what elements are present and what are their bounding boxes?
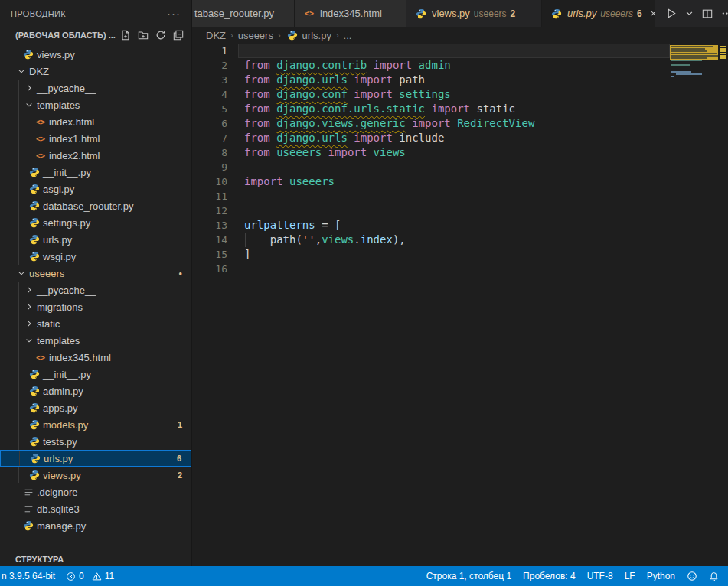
tree-file-database-roouter-py[interactable]: database_roouter.py: [0, 197, 191, 214]
tree-file-manage-py[interactable]: manage.py: [0, 517, 191, 534]
tree-file-urls-py[interactable]: urls.py6: [0, 450, 191, 467]
tree-file-admin-py[interactable]: admin.py: [0, 383, 191, 399]
tree-folder-migrations[interactable]: migrations: [0, 298, 191, 315]
new-file-icon[interactable]: [120, 30, 131, 41]
code-token: from: [244, 88, 276, 100]
code-token: import: [322, 146, 373, 158]
tree-file-models-py[interactable]: models.py1: [0, 416, 191, 433]
tree-file-views-py[interactable]: views.py: [0, 46, 191, 63]
minimap-line: [671, 48, 705, 50]
minimap-line: [671, 60, 702, 61]
tab-bar: tabase_roouter.py<>index345.htmlviews.py…: [192, 0, 728, 27]
tree-file-views-py[interactable]: views.py2: [0, 467, 191, 483]
html-icon: <>: [302, 9, 316, 18]
tree-folder-useeers[interactable]: useeers●: [0, 265, 191, 282]
tab-index345-html[interactable]: <>index345.html: [295, 0, 406, 27]
code-line-16[interactable]: 16: [192, 262, 670, 276]
breadcrumb-label: DKZ: [206, 30, 226, 41]
breadcrumb-item-dkz[interactable]: DKZ: [206, 30, 226, 41]
indentation-status[interactable]: Пробелов: 4: [523, 571, 576, 581]
tree-file-wsgi-py[interactable]: wsgi.py: [0, 248, 191, 265]
tree-folder-templates[interactable]: templates: [0, 96, 191, 113]
minimap[interactable]: [670, 44, 718, 566]
code-line-9[interactable]: 9: [192, 160, 670, 174]
tab-tabase-roouter-py[interactable]: tabase_roouter.py: [192, 0, 295, 27]
tree-file-asgi-py[interactable]: asgi.py: [0, 181, 191, 197]
cursor-position-status[interactable]: Строка 1, столбец 1: [426, 571, 511, 581]
tree-file-init-py[interactable]: __init__.py: [0, 164, 191, 181]
encoding-status[interactable]: UTF-8: [587, 571, 613, 581]
tree-folder-templates[interactable]: templates: [0, 332, 191, 349]
code-line-7[interactable]: 7from django.urls import include: [192, 131, 670, 145]
tree-file-tests-py[interactable]: tests.py: [0, 433, 191, 450]
line-number: 2: [192, 58, 227, 73]
tree-file-dcignore[interactable]: .dcignore: [0, 483, 191, 500]
tree-file-urls-py[interactable]: urls.py: [0, 231, 191, 248]
collapse-all-icon[interactable]: [173, 30, 184, 41]
code-token: django.contrib: [276, 59, 367, 71]
refresh-icon[interactable]: [155, 30, 166, 41]
code-line-4[interactable]: 4from django.conf import settings: [192, 87, 670, 102]
breadcrumb-item-useeers[interactable]: useeers: [238, 30, 273, 41]
breadcrumb-item-urls-py[interactable]: urls.py: [286, 30, 331, 41]
tree-item-label: tests.py: [43, 436, 77, 448]
close-icon[interactable]: [648, 8, 655, 18]
code-line-3[interactable]: 3from django.urls import path: [192, 73, 670, 87]
overview-ruler[interactable]: [718, 44, 728, 566]
outline-section-header[interactable]: СТРУКТУРА: [0, 552, 191, 566]
tree-file-init-py[interactable]: __init__.py: [0, 366, 191, 383]
python-interpreter-status[interactable]: n 3.9.5 64-bit: [2, 571, 55, 581]
tab-label: views.py: [432, 8, 470, 19]
tree-file-apps-py[interactable]: apps.py: [0, 399, 191, 416]
tree-folder-dkz[interactable]: DKZ: [0, 63, 191, 80]
code-line-14[interactable]: 14 path('',views.index),: [192, 233, 670, 247]
new-folder-icon[interactable]: [138, 30, 149, 41]
tab-urls-py[interactable]: urls.pyuseeers6: [542, 0, 655, 27]
breadcrumb-separator: ›: [230, 31, 233, 40]
notifications-bell-icon[interactable]: [709, 571, 719, 581]
code-line-8[interactable]: 8from useeers import views: [192, 145, 670, 160]
tree-item-label: __init__.py: [43, 167, 91, 178]
code-line-6[interactable]: 6from django.views.generic import Redire…: [192, 116, 670, 131]
code-line-2[interactable]: 2from django.contrib import admin: [192, 58, 670, 73]
code-line-12[interactable]: 12: [192, 203, 670, 218]
language-mode-status[interactable]: Python: [647, 571, 675, 581]
code-editor[interactable]: 12from django.contrib import admin3from …: [192, 44, 670, 276]
problems-status[interactable]: 0 11: [66, 571, 114, 581]
tree-file-index1-html[interactable]: <>index1.html: [0, 130, 191, 147]
code-line-15[interactable]: 15]: [192, 247, 670, 262]
more-actions-button[interactable]: [721, 8, 728, 19]
views-and-more-actions-button[interactable]: ···: [167, 7, 181, 20]
code-line-10[interactable]: 10import useeers: [192, 174, 670, 189]
code-token: import: [348, 132, 399, 144]
run-button[interactable]: [665, 8, 677, 19]
chevron-down-icon: [23, 336, 35, 345]
tree-file-settings-py[interactable]: settings.py: [0, 214, 191, 231]
tree-file-db-sqlite3[interactable]: db.sqlite3: [0, 500, 191, 517]
workspace-section-header[interactable]: (РАБОЧАЯ ОБЛАСТЬ) ...: [0, 27, 191, 44]
eol-status[interactable]: LF: [625, 571, 635, 581]
code-token: django.views.generic: [276, 117, 406, 129]
tab-views-py[interactable]: views.pyuseeers2: [406, 0, 542, 27]
split-editor-button[interactable]: [702, 8, 713, 19]
line-content: from django.contrib import admin: [244, 58, 451, 73]
tree-item-label: __init__.py: [43, 369, 91, 380]
tree-file-index-html[interactable]: <>index.html: [0, 113, 191, 130]
tree-folder-static[interactable]: static: [0, 315, 191, 332]
tree-item-label: database_roouter.py: [43, 200, 134, 212]
tree-file-index2-html[interactable]: <>index2.html: [0, 147, 191, 164]
code-line-1[interactable]: 1: [192, 44, 670, 58]
tree-folder-pycache[interactable]: __pycache__: [0, 80, 191, 96]
tree-file-index345-html[interactable]: <>index345.html: [0, 349, 191, 366]
python-icon: [28, 167, 41, 177]
feedback-icon[interactable]: [687, 571, 697, 581]
warning-icon: [92, 571, 102, 581]
code-line-13[interactable]: 13urlpatterns = [: [192, 218, 670, 233]
run-dropdown-button[interactable]: [685, 9, 694, 18]
code-line-5[interactable]: 5from django.conf.urls.static import sta…: [192, 102, 670, 116]
tree-item-label: index2.html: [49, 150, 100, 161]
code-line-11[interactable]: 11: [192, 189, 670, 203]
tree-folder-pycache[interactable]: __pycache__: [0, 282, 191, 298]
code-token: from: [244, 117, 276, 129]
breadcrumb-item-[interactable]: ...: [344, 30, 352, 41]
